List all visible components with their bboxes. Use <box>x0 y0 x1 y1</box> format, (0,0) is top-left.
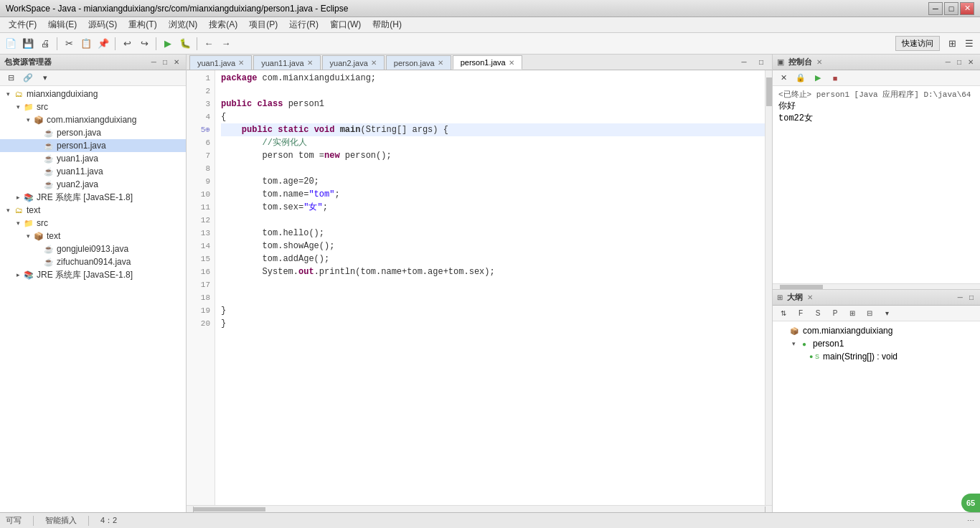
tree-item-yuan1[interactable]: ☕ yuan1.java <box>0 152 186 165</box>
console-run-button[interactable]: ▶ <box>810 70 826 86</box>
save-button[interactable]: 💾 <box>20 36 36 52</box>
tab-yuan2[interactable]: yuan2.java ✕ <box>322 55 385 70</box>
maximize-button[interactable]: □ <box>944 2 958 15</box>
view-button[interactable]: ☰ <box>961 36 977 52</box>
close-button[interactable]: ✕ <box>960 2 974 15</box>
menu-item-s[interactable]: 源码(S) <box>83 17 123 32</box>
minimize-button[interactable]: ─ <box>928 2 943 15</box>
link-with-editor-button[interactable]: 🔗 <box>20 70 36 86</box>
code-editor[interactable]: 1 2 3 4 5⊕ 6 7 8 9 10 11 12 13 14 15 16 … <box>187 70 772 505</box>
back-button[interactable]: ← <box>201 36 217 52</box>
menu-item-n[interactable]: 浏览(N) <box>163 17 204 32</box>
tree-item-jre2[interactable]: ▸ 📚 JRE 系统库 [JavaSE-1.8] <box>0 268 186 281</box>
forward-button[interactable]: → <box>218 36 234 52</box>
menu-item-t[interactable]: 重构(T) <box>123 17 162 32</box>
tab-yuan2-close[interactable]: ✕ <box>371 59 377 67</box>
tree-label-yuan11: yuan11.java <box>57 166 103 176</box>
print-button[interactable]: 🖨 <box>37 36 53 52</box>
tree-item-gongjulei[interactable]: ☕ gongjulei0913.java <box>0 242 186 255</box>
copy-button[interactable]: 📋 <box>78 36 94 52</box>
tab-yuan1-close[interactable]: ✕ <box>238 59 244 67</box>
redo-button[interactable]: ↪ <box>136 36 152 52</box>
tree-item-text-pkg[interactable]: ▾ 📦 text <box>0 230 186 242</box>
maximize-panel-button[interactable]: □ <box>161 57 169 67</box>
menu-item-e[interactable]: 编辑(E) <box>42 17 83 32</box>
tree-item-zifuchuan[interactable]: ☕ zifuchuan0914.java <box>0 255 186 268</box>
tree-item-text-project[interactable]: ▾ 🗂 text <box>0 204 186 217</box>
scroll-thumb-h[interactable] <box>194 507 265 512</box>
menu-item-f[interactable]: 文件(F) <box>3 17 42 32</box>
outline-maximize-button[interactable]: □ <box>967 293 976 302</box>
perspective-button[interactable]: ⊞ <box>944 36 960 52</box>
outline-hide-static-button[interactable]: S <box>810 306 826 321</box>
tree-item-text-src[interactable]: ▾ 📁 src <box>0 217 186 230</box>
horizontal-scrollbar[interactable] <box>187 505 772 512</box>
tree-item-yuan11[interactable]: ☕ yuan11.java <box>0 165 186 178</box>
quick-access-button[interactable]: 快速访问 <box>895 36 940 51</box>
menu-item-h[interactable]: 帮助(H) <box>367 17 407 32</box>
editor-vertical-scrollbar[interactable] <box>765 70 772 505</box>
code-content[interactable]: package com.mianxiangduixiang; public cl… <box>215 70 765 505</box>
console-stop-button[interactable]: ■ <box>827 70 843 86</box>
tab-person1-close[interactable]: ✕ <box>509 59 514 67</box>
tree-item-yuan2[interactable]: ☕ yuan2.java <box>0 178 186 191</box>
menu-item-a[interactable]: 搜索(A) <box>203 17 243 32</box>
cut-button[interactable]: ✂ <box>61 36 77 52</box>
tree-item-person1[interactable]: ☕ person1.java <box>0 139 186 152</box>
outline-item-method[interactable]: ● S main(String[]) : void <box>776 350 977 363</box>
tree-item-person[interactable]: ☕ person.java <box>0 126 186 139</box>
menu-item-r[interactable]: 运行(R) <box>283 17 324 32</box>
tree-item-mianxiangduixiang[interactable]: ▾ 🗂 mianxiangduixiang <box>0 88 186 100</box>
tree-item-package[interactable]: ▾ 📦 com.mianxiangduixiang <box>0 113 186 126</box>
tab-yuan1[interactable]: yuan1.java ✕ <box>189 55 252 70</box>
new-button[interactable]: 📄 <box>3 36 19 52</box>
tree-item-src1[interactable]: ▾ 📁 src <box>0 100 186 113</box>
outline-item-class[interactable]: ▾ ● person1 <box>776 337 977 350</box>
outline-expand-button[interactable]: ⊞ <box>844 306 860 321</box>
tree-item-jre1[interactable]: ▸ 📚 JRE 系统库 [JavaSE-1.8] <box>0 191 186 204</box>
outline-hide-nonpublic-button[interactable]: P <box>827 306 843 321</box>
console-scrollbar[interactable] <box>773 283 980 289</box>
console-panel-controls[interactable]: ─ □ ✕ <box>943 57 976 67</box>
console-minimize-button[interactable]: ─ <box>943 57 953 67</box>
outline-item-package[interactable]: 📦 com.mianxiangduixiang <box>776 324 977 337</box>
console-close-button[interactable]: ✕ <box>966 57 976 67</box>
tab-person-close[interactable]: ✕ <box>438 59 443 67</box>
tab-yuan11-close[interactable]: ✕ <box>307 59 313 67</box>
outline-menu-button[interactable]: ▾ <box>879 306 895 321</box>
close-panel-button[interactable]: ✕ <box>171 57 182 67</box>
tab-controls: ─ □ <box>736 55 772 70</box>
tab-yuan11[interactable]: yuan11.java ✕ <box>253 55 320 70</box>
undo-button[interactable]: ↩ <box>119 36 135 52</box>
console-clear-button[interactable]: ✕ <box>776 70 791 86</box>
tab-person[interactable]: person.java ✕ <box>386 55 451 70</box>
debug-button[interactable]: 🐛 <box>177 36 193 52</box>
console-maximize-button[interactable]: □ <box>955 57 963 67</box>
scroll-track[interactable] <box>194 506 765 512</box>
scroll-right-button[interactable] <box>765 506 772 512</box>
console-scroll-lock-button[interactable]: 🔒 <box>793 70 809 86</box>
line-num-18: 18 <box>187 291 215 304</box>
scroll-left-button[interactable] <box>187 506 194 512</box>
console-output-line-1: 你好 <box>778 100 974 112</box>
console-scrollbar-thumb[interactable] <box>780 285 823 289</box>
tab-maximize-button[interactable]: □ <box>753 55 769 70</box>
panel-controls[interactable]: ─ □ ✕ <box>149 57 182 67</box>
minimize-panel-button[interactable]: ─ <box>149 57 159 67</box>
outline-collapse-button[interactable]: ⊟ <box>862 306 877 321</box>
explorer-menu-button[interactable]: ▾ <box>37 70 53 86</box>
collapse-all-button[interactable]: ⊟ <box>3 70 19 86</box>
run-button[interactable]: ▶ <box>160 36 176 52</box>
editor-scrollbar-thumb[interactable] <box>766 77 772 106</box>
tab-person1[interactable]: person1.java ✕ <box>453 55 522 70</box>
outline-panel-controls[interactable]: ─ □ <box>956 293 976 302</box>
outline-minimize-button[interactable]: ─ <box>956 293 965 302</box>
tree-arrow-text-src: ▾ <box>13 220 23 227</box>
tab-minimize-button[interactable]: ─ <box>736 55 752 70</box>
menu-item-p[interactable]: 项目(P) <box>243 17 283 32</box>
window-controls[interactable]: ─ □ ✕ <box>928 2 974 15</box>
outline-sort-button[interactable]: ⇅ <box>776 306 791 321</box>
outline-hide-fields-button[interactable]: F <box>793 306 809 321</box>
paste-button[interactable]: 📌 <box>95 36 111 52</box>
menu-item-w[interactable]: 窗口(W) <box>324 17 367 32</box>
